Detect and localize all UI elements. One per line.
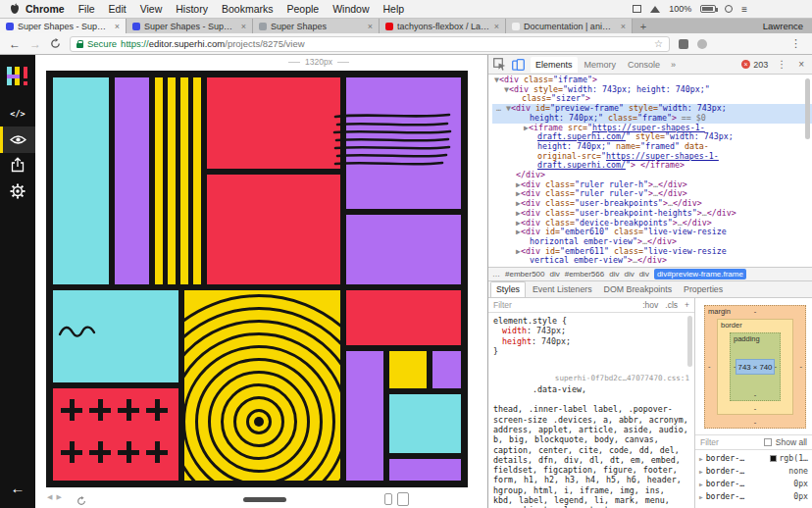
breadcrumb-item[interactable]: … xyxy=(492,270,500,279)
settings-button[interactable] xyxy=(0,179,35,206)
menu-item[interactable]: View xyxy=(140,3,163,15)
back-to-project-button[interactable]: ← xyxy=(11,480,25,496)
secure-label[interactable]: Secure xyxy=(87,38,117,49)
display-icon[interactable] xyxy=(633,5,641,13)
devtools-menu-icon[interactable]: ⋮ xyxy=(774,59,789,70)
superhi-logo[interactable] xyxy=(6,59,29,94)
new-rule-button[interactable]: + xyxy=(685,300,689,310)
code-view-button[interactable]: </> xyxy=(0,100,35,127)
css-source-link[interactable]: superhi-0f7bd2c…47077470.css:1 xyxy=(555,374,689,383)
computed-row[interactable]: ▶border-…rgb(1… xyxy=(699,452,808,465)
browser-tab[interactable]: Documentation | anime.js× xyxy=(506,19,633,33)
menu-item[interactable]: Edit xyxy=(109,3,127,15)
inspect-element-icon[interactable] xyxy=(493,58,506,71)
devtools-tab-memory[interactable]: Memory xyxy=(580,57,622,73)
computed-row[interactable]: ▶border-…0px xyxy=(699,478,808,490)
css-declaration[interactable]: height: 740px; xyxy=(502,336,689,346)
menu-item[interactable]: Help xyxy=(383,3,405,15)
reload-button[interactable] xyxy=(50,38,61,49)
toggle-cls-button[interactable]: .cls xyxy=(665,300,678,310)
browser-tab[interactable]: Super Shapes - SuperHi× xyxy=(0,19,127,33)
phone-preview-icon[interactable] xyxy=(384,493,392,505)
bookmark-star-icon[interactable]: ☆ xyxy=(654,38,663,49)
styles-filter-input[interactable]: Filter xyxy=(493,300,512,310)
box-edge-value[interactable]: - xyxy=(800,363,803,371)
box-edge-value[interactable]: - xyxy=(754,419,757,427)
tab-close-icon[interactable]: × xyxy=(368,22,373,31)
menu-item[interactable]: Chrome xyxy=(25,3,65,15)
computed-row[interactable]: ▶border-…0px xyxy=(699,490,808,503)
devtools-tab-elements[interactable]: Elements xyxy=(531,57,578,73)
box-edge-value[interactable]: - xyxy=(754,391,757,399)
preview-button[interactable] xyxy=(0,127,35,153)
tab-dom-breakpoints[interactable]: DOM Breakpoints xyxy=(599,282,677,297)
breadcrumb-item[interactable]: div xyxy=(549,270,559,279)
forward-button[interactable]: → xyxy=(29,38,41,50)
error-badge[interactable]: × 203 xyxy=(741,60,768,70)
url-text[interactable]: https://editor.superhi.com/projects/8275… xyxy=(121,38,304,49)
canvas-scrollbar[interactable] xyxy=(243,497,286,502)
chrome-menu-icon[interactable]: ⋮ xyxy=(790,37,803,50)
width-ruler[interactable]: 1320px xyxy=(288,57,349,67)
apple-icon[interactable] xyxy=(10,3,20,15)
extension-icon[interactable] xyxy=(679,39,688,49)
breadcrumb-item[interactable]: div xyxy=(639,270,649,279)
tab-close-icon[interactable]: × xyxy=(494,22,499,31)
breadcrumb-item[interactable]: #ember566 xyxy=(565,270,604,279)
box-model-content[interactable]: 743 × 740 xyxy=(736,359,775,375)
show-all-checkbox[interactable] xyxy=(764,438,772,446)
artwork-canvas[interactable] xyxy=(46,71,468,487)
more-panels-icon[interactable]: » xyxy=(671,60,676,70)
breadcrumb-item[interactable]: div xyxy=(624,270,634,279)
breadcrumb-item[interactable]: div#preview-frame.frame xyxy=(654,269,746,279)
share-button[interactable] xyxy=(0,153,35,179)
tablet-preview-icon[interactable] xyxy=(397,492,409,506)
tab-close-icon[interactable]: × xyxy=(621,22,626,31)
browser-tab[interactable]: Super Shapes - SuperHi× xyxy=(127,19,253,33)
tree-line[interactable]: vertical ember-view">…</div> xyxy=(492,256,812,266)
notification-center-icon[interactable]: ≡ xyxy=(741,4,747,15)
breadcrumb-item[interactable]: div xyxy=(609,270,619,279)
devtools-close-icon[interactable]: × xyxy=(795,59,807,70)
menu-item[interactable]: Bookmarks xyxy=(222,3,274,15)
menu-item[interactable]: People xyxy=(286,3,319,15)
tab-close-icon[interactable]: × xyxy=(115,22,120,31)
box-model-border[interactable]: border - padding - - - 743 × 740 xyxy=(717,319,793,415)
tab-properties[interactable]: Properties xyxy=(679,282,728,297)
menu-item[interactable]: File xyxy=(78,3,95,15)
toggle-hov-button[interactable]: :hov xyxy=(642,300,658,310)
extension-icon[interactable] xyxy=(697,39,707,49)
new-tab-button[interactable]: + xyxy=(633,19,654,33)
prev-icon[interactable]: ◀ xyxy=(47,493,56,500)
spotlight-icon[interactable] xyxy=(725,5,733,13)
element-style-selector[interactable]: element.style { xyxy=(493,316,689,326)
elements-scrollbar[interactable] xyxy=(805,78,810,139)
rule-selector[interactable]: .data-view, xyxy=(533,384,586,394)
box-model-margin[interactable]: margin - - - - border - padding - - - 74… xyxy=(704,305,806,429)
menu-item[interactable]: History xyxy=(176,3,208,15)
box-edge-value[interactable]: - xyxy=(754,308,757,316)
tab-event-listeners[interactable]: Event Listeners xyxy=(528,282,597,297)
canvas-nav-arrows[interactable]: ◀▶ xyxy=(47,493,66,501)
breadcrumb-item[interactable]: #ember500 xyxy=(505,270,544,279)
box-edge-value[interactable]: - xyxy=(754,405,757,413)
computed-filter-input[interactable]: Filter xyxy=(700,437,719,447)
tab-styles[interactable]: Styles xyxy=(490,281,526,297)
device-toolbar-icon[interactable] xyxy=(512,59,525,71)
tab-close-icon[interactable]: × xyxy=(241,22,246,31)
canvas-refresh-button[interactable] xyxy=(76,492,86,508)
styles-scrollbar[interactable] xyxy=(687,316,692,367)
css-declaration[interactable]: width: 743px; xyxy=(502,326,689,335)
profile-name[interactable]: Lawrence xyxy=(763,19,812,33)
browser-tab[interactable]: tachyons-flexbox / Layout / D…× xyxy=(380,19,506,33)
back-button[interactable]: ← xyxy=(9,38,21,50)
next-icon[interactable]: ▶ xyxy=(56,493,65,500)
wifi-icon[interactable] xyxy=(650,6,660,13)
computed-row[interactable]: ▶border-…none xyxy=(699,465,808,478)
menu-item[interactable]: Window xyxy=(332,3,369,15)
devtools-tab-console[interactable]: Console xyxy=(623,57,665,73)
browser-tab[interactable]: Super Shapes× xyxy=(253,19,380,33)
box-model-padding[interactable]: padding - - - 743 × 740 xyxy=(730,332,781,401)
box-edge-value[interactable]: - xyxy=(708,363,711,371)
url-box[interactable]: Secure https://editor.superhi.com/projec… xyxy=(70,36,670,52)
